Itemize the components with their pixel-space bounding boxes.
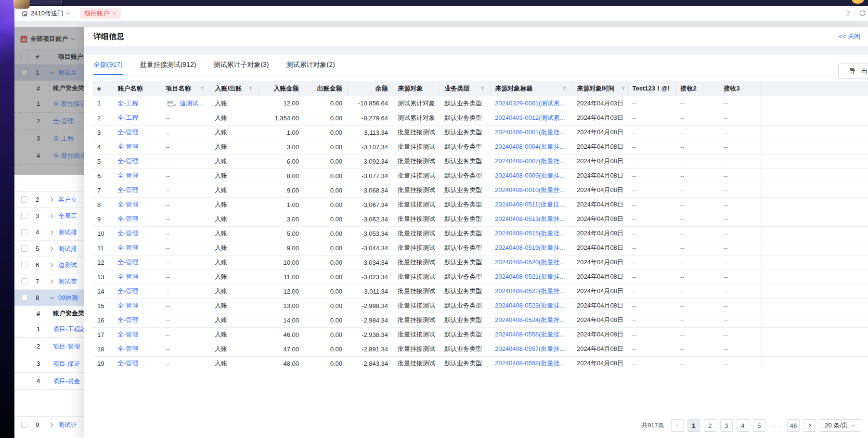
cell-link[interactable]: 20240408-0511(批量挂...: [495, 201, 564, 208]
sidebar-account-row[interactable]: 9测试计: [14, 417, 84, 433]
table-row[interactable]: 16全-管理--入账14.000.00-2,984.34批量挂接测试默认业务类型…: [92, 313, 868, 327]
chevron-right-icon[interactable]: [46, 263, 58, 268]
last-page-button[interactable]: 46: [787, 419, 800, 432]
page-ellipsis[interactable]: ···: [769, 419, 783, 432]
account-name-link[interactable]: 09迪测: [58, 294, 78, 302]
cell-link[interactable]: 全-工程: [117, 100, 138, 107]
cell-link[interactable]: 全-工程: [117, 114, 138, 121]
cell-link[interactable]: 全-管理: [117, 360, 138, 366]
chevron-right-icon[interactable]: [46, 214, 58, 219]
account-name-link[interactable]: 迪测试: [58, 261, 77, 270]
account-name-link[interactable]: 全局工: [58, 212, 77, 220]
sidebar-fund-type-row[interactable]: 1全-暂扣保证金: [14, 95, 84, 113]
row-checkbox[interactable]: [21, 245, 27, 252]
detail-tab[interactable]: 测试累计子对象(3): [213, 54, 269, 75]
table-row[interactable]: 7全-管理--入账9.000.00-3,068.34批量挂接测试默认业务类型20…: [92, 183, 868, 197]
cell-link[interactable]: 20240408-0522(批量挂...: [495, 287, 565, 295]
sidebar-account-row[interactable]: 4测试排: [14, 224, 84, 241]
cell-link[interactable]: 迪测试...: [180, 99, 204, 108]
chevron-down-icon[interactable]: [46, 71, 58, 74]
chevron-down-icon[interactable]: [71, 38, 75, 40]
next-page-button[interactable]: [803, 419, 816, 432]
table-row[interactable]: 13全-管理--入账11.000.00-3,023.34批量挂接测试默认业务类型…: [92, 270, 868, 284]
table-row[interactable]: 14全-管理--入账12.000.00-3,011.34批量挂接测试默认业务类型…: [92, 284, 868, 298]
sidebar-account-row[interactable]: 3全局工: [14, 208, 84, 224]
account-name-link[interactable]: 测试排: [58, 228, 77, 237]
cell-link[interactable]: 全-管理: [117, 331, 138, 338]
row-checkbox[interactable]: [21, 278, 27, 284]
home-menu-label[interactable]: 2410传送门: [31, 9, 64, 18]
table-row[interactable]: 12全-管理--入账10.000.00-3,034.34批量挂接测试默认业务类型…: [92, 255, 868, 270]
table-row[interactable]: 10全-管理--入账5.000.00-3,053.34批量挂接测试默认业务类型2…: [92, 226, 868, 241]
fund-type-link[interactable]: 全-暂扣税金: [53, 152, 84, 160]
sidebar-account-row[interactable]: 2客户立: [14, 192, 84, 208]
page-button[interactable]: 2: [704, 419, 716, 432]
chevron-right-icon[interactable]: [46, 197, 58, 202]
cell-link[interactable]: 全-管理: [117, 230, 138, 237]
table-row[interactable]: 19全-管理--入账48.000.00-2,843.34批量挂接测试默认业务类型…: [92, 356, 868, 366]
cell-link[interactable]: 全-管理: [117, 287, 138, 295]
sidebar-fund-type-row[interactable]: 1项目-工程款: [14, 321, 84, 338]
cell-link[interactable]: 全-管理: [117, 186, 138, 193]
topbar-search-input[interactable]: [31, 0, 62, 4]
account-name-link[interactable]: 客户立: [58, 195, 77, 204]
fund-type-link[interactable]: 全-管理: [53, 117, 74, 126]
cell-link[interactable]: 全-管理: [117, 302, 138, 309]
table-row[interactable]: 2全-工程--入账1,354.000.00-8,279.64测试累计对象默认业务…: [92, 111, 868, 125]
close-drawer-link[interactable]: << 关闭: [839, 32, 860, 41]
sidebar-account-row[interactable]: 1测试全: [14, 64, 84, 81]
cell-link[interactable]: 全-管理: [117, 215, 138, 222]
sidebar-account-row[interactable]: 6迪测试: [14, 257, 84, 273]
select-all-checkbox[interactable]: [21, 54, 27, 60]
export-button[interactable]: 导 出: [838, 64, 868, 79]
account-name-link[interactable]: 测试全: [58, 68, 77, 77]
page-button[interactable]: 3: [720, 419, 733, 432]
cell-link[interactable]: 全-管理: [117, 273, 138, 280]
cell-link[interactable]: 全-管理: [117, 157, 138, 165]
cell-link[interactable]: 20240408-0556(批量挂...: [495, 331, 565, 338]
cell-link[interactable]: 20240408-0519(批量挂...: [495, 244, 565, 251]
sidebar-fund-type-row[interactable]: 3项目-保证: [14, 355, 84, 373]
filter-icon[interactable]: [248, 86, 253, 91]
cell-link[interactable]: 20240408-0558(批量挂...: [495, 360, 565, 366]
fund-type-link[interactable]: 项目-税金: [53, 377, 80, 386]
user-avatar[interactable]: [13, 0, 30, 9]
fund-type-link[interactable]: 项目-管理: [53, 342, 80, 351]
row-checkbox[interactable]: [21, 422, 27, 428]
sidebar-fund-type-row[interactable]: 4项目-税金: [14, 373, 84, 390]
sidebar-account-row[interactable]: 809迪测: [14, 290, 84, 306]
cell-link[interactable]: 20240408-0557(批量挂...: [495, 345, 565, 352]
chevron-right-icon[interactable]: [46, 279, 58, 284]
cell-link[interactable]: 20240408-0001(批量挂...: [495, 129, 565, 136]
cell-link[interactable]: 全-管理: [117, 172, 138, 179]
cell-link[interactable]: 20240408-0515(批量挂...: [495, 230, 565, 237]
cell-link[interactable]: 全-管理: [117, 258, 138, 266]
cell-link[interactable]: 20240408-0007(批量挂...: [495, 157, 565, 165]
sidebar-fund-type-row[interactable]: 3全-工程: [14, 130, 84, 147]
cell-link[interactable]: 全-管理: [117, 316, 138, 323]
cell-link[interactable]: 全-管理: [117, 129, 138, 136]
account-name-link[interactable]: 测试排: [58, 245, 77, 253]
fund-type-link[interactable]: 项目-工程款: [53, 325, 84, 334]
account-name-link[interactable]: 测试计: [58, 421, 77, 429]
cell-link[interactable]: 20240408-0524(批量挂...: [495, 316, 565, 323]
sidebar-account-row[interactable]: 7测试变: [14, 273, 84, 290]
project-360-view-icon[interactable]: 360°: [166, 100, 177, 107]
detail-tab[interactable]: 批量挂接测试(912): [140, 54, 196, 75]
detail-tab[interactable]: 测试累计对象(2): [286, 54, 335, 75]
sidebar-fund-type-row[interactable]: 2全-管理: [14, 113, 84, 130]
home-menu[interactable]: 2410传送门: [21, 9, 70, 18]
cell-link[interactable]: 全-管理: [117, 201, 138, 208]
cell-link[interactable]: 20240408-0009(批量挂...: [495, 172, 565, 179]
fund-type-link[interactable]: 全-工程: [53, 134, 74, 143]
detail-tab[interactable]: 全部(917): [93, 54, 123, 75]
sidebar-fund-type-row[interactable]: 4全-暂扣税金: [14, 147, 84, 165]
page-button[interactable]: 4: [737, 419, 749, 432]
table-row[interactable]: 5全-管理--入账6.000.00-3,092.34批量挂接测试默认业务类型20…: [92, 154, 868, 168]
table-row[interactable]: 17全-管理--入账46.000.00-2,938.34批量挂接测试默认业务类型…: [92, 327, 868, 342]
tab-project-account[interactable]: 项目账户 ×: [80, 8, 121, 19]
sidebar-title[interactable]: 全部项目账户: [30, 35, 68, 43]
cell-link[interactable]: 20240408-0520(批量挂...: [495, 258, 565, 266]
table-row[interactable]: 4全-管理--入账3.000.00-3,107.34批量挂接测试默认业务类型20…: [92, 140, 868, 154]
filter-icon[interactable]: [562, 86, 567, 91]
